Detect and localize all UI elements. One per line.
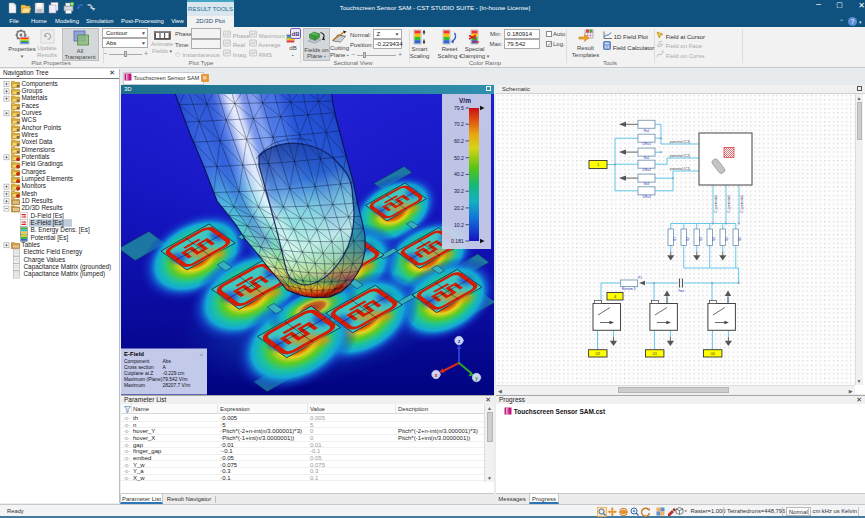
svg-text:Component: Component	[124, 359, 150, 364]
svg-text:50.2: 50.2	[454, 154, 464, 160]
svg-text:40.2: 40.2	[454, 171, 464, 177]
svg-text:10.2: 10.2	[454, 221, 464, 227]
svg-text:R2: R2	[686, 236, 690, 240]
svg-text:Maximum: Maximum	[124, 383, 145, 388]
svg-text:79.542 V/m: 79.542 V/m	[163, 377, 188, 382]
svg-text:70.2: 70.2	[454, 121, 464, 127]
svg-text:Potentials: Potentials	[22, 153, 50, 160]
svg-text:potential (C3): potential (C3)	[669, 139, 689, 143]
svg-text:Curves: Curves	[22, 109, 42, 116]
svg-text:Faces: Faces	[22, 102, 39, 109]
svg-text:Voxel Data: Voxel Data	[22, 138, 53, 145]
svg-text:1/Rs1: 1/Rs1	[642, 142, 651, 146]
svg-text:Tout: Tout	[677, 288, 683, 292]
svg-text:Wires: Wires	[22, 131, 38, 138]
svg-text:Anchor Points: Anchor Points	[22, 124, 62, 131]
svg-text:Dimensions: Dimensions	[22, 146, 55, 153]
svg-text:30.2: 30.2	[454, 188, 464, 194]
svg-text:R5: R5	[725, 236, 729, 240]
svg-text:Materials: Materials	[22, 94, 48, 101]
svg-text:WCS: WCS	[22, 116, 37, 123]
svg-text:60.2: 60.2	[454, 137, 464, 143]
svg-text:79.5: 79.5	[454, 105, 464, 111]
svg-text:Abs: Abs	[163, 359, 172, 364]
svg-text:E-Field: E-Field	[124, 351, 144, 357]
svg-text:O_(potential): O_(potential)	[726, 195, 730, 212]
svg-text:Cutplane at Z: Cutplane at Z	[124, 371, 153, 376]
svg-text:Rs2: Rs2	[643, 156, 649, 160]
svg-text:Renorm 1/: Renorm 1/	[621, 287, 635, 291]
svg-text:28207.7 V/m: 28207.7 V/m	[163, 383, 191, 388]
svg-text:O_(potential): O_(potential)	[713, 195, 717, 212]
svg-text:Mesh: Mesh	[22, 190, 38, 197]
svg-text:R6: R6	[738, 236, 742, 240]
svg-text:U0: U0	[710, 352, 715, 356]
svg-text:Capacitance Matrix (lumped): Capacitance Matrix (lumped)	[24, 270, 106, 278]
svg-text:potential (C2): potential (C2)	[669, 153, 689, 157]
svg-text:z: z	[458, 337, 461, 343]
svg-text:2D/3D Results: 2D/3D Results	[22, 204, 63, 211]
svg-text:dB: dB	[291, 31, 300, 37]
svg-text:V/m: V/m	[459, 97, 471, 104]
svg-text:Monitors: Monitors	[22, 182, 47, 189]
svg-text:-0.229 cm: -0.229 cm	[163, 371, 185, 376]
svg-text:Maximum (Plane): Maximum (Plane)	[124, 377, 163, 382]
svg-text:P1: P1	[638, 275, 642, 279]
svg-text:Cross section: Cross section	[124, 365, 154, 370]
svg-text:U1: U1	[652, 352, 657, 356]
svg-text:Rs3: Rs3	[643, 182, 649, 186]
svg-text:potential (C1): potential (C1)	[669, 166, 689, 170]
svg-text:1/Rs3: 1/Rs3	[642, 195, 651, 199]
svg-text:1D Results: 1D Results	[22, 197, 53, 204]
svg-text:U2: U2	[595, 352, 600, 356]
svg-text:R3: R3	[699, 236, 703, 240]
svg-text:20.2: 20.2	[454, 204, 464, 210]
svg-text:R4: R4	[712, 236, 716, 240]
svg-text:⌂: ⌂	[200, 351, 203, 357]
svg-text:Tables: Tables	[22, 241, 40, 248]
svg-text:Rs1: Rs1	[643, 128, 649, 132]
svg-text:O_(potential): O_(potential)	[739, 195, 743, 212]
svg-text:0.181: 0.181	[451, 238, 464, 244]
svg-text:1/Rs2: 1/Rs2	[642, 168, 651, 172]
svg-text:R1: R1	[673, 236, 677, 240]
